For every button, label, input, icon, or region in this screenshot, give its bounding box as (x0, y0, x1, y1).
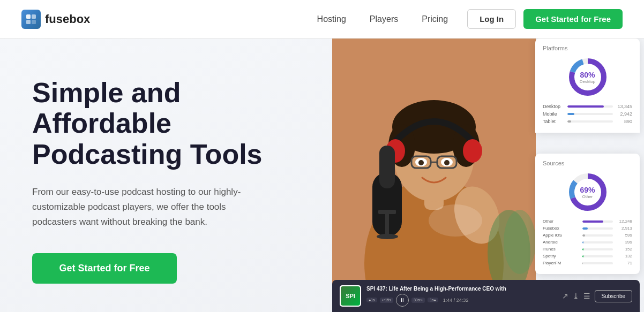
sources-donut-label: Other (580, 194, 595, 199)
player-controls-row: ●1s ↩15s ⏸ 30s↪ 1s● 1:44 / 24:32 (366, 294, 557, 307)
navbar: fusebox Hosting Players Pricing Log In G… (0, 0, 644, 39)
svg-point-12 (463, 139, 482, 163)
source-row-fusebox: Fusebox 2,913 (543, 226, 632, 231)
source-row-apple: Apple iOS 599 (543, 233, 632, 238)
download-icon-button[interactable]: ⤓ (573, 292, 579, 300)
login-button[interactable]: Log In (467, 9, 516, 29)
svg-rect-24 (385, 214, 389, 235)
podcast-image (332, 39, 536, 312)
play-pause-button[interactable]: ⏸ (396, 294, 409, 307)
analytics-rows: Desktop 13,345 Mobile 2,942 Tablet 890 (543, 104, 632, 124)
hero-subtitle: From our easy-to-use podcast hosting to … (32, 185, 263, 230)
svg-rect-3 (32, 20, 36, 24)
analytics-donut-pct: 80% (580, 71, 595, 79)
analytics-panel: Platforms 80% Desktop (535, 39, 640, 133)
forward-1s-button[interactable]: 1s● (428, 298, 438, 302)
analytics-donut-label: Desktop (580, 79, 595, 84)
source-row-spotify: Spotify 132 (543, 254, 632, 258)
hero-title: Simple and Affordable Podcasting Tools (32, 78, 311, 170)
source-row-other: Other 12,248 (543, 219, 632, 224)
analytics-row-mobile: Mobile 2,942 (543, 111, 632, 117)
player-episode-title: SPI 437: Life After Being a High-Perform… (366, 286, 557, 292)
brand-name: fusebox (45, 12, 90, 26)
sources-title: Sources (543, 160, 632, 166)
svg-point-18 (418, 160, 424, 165)
svg-rect-2 (26, 20, 31, 24)
svg-rect-22 (379, 146, 395, 188)
subscribe-button[interactable]: Subscribe (595, 290, 632, 302)
svg-rect-0 (26, 14, 31, 19)
source-row-android: Android 399 (543, 240, 632, 245)
back-15s-button[interactable]: ↩15s (380, 298, 393, 303)
sources-rows: Other 12,248 Fusebox 2,913 Apple iOS 599… (543, 219, 632, 265)
player-time: 1:44 / 24:32 (443, 298, 469, 303)
analytics-bar-tablet (567, 120, 571, 123)
sources-donut-pct: 69% (580, 186, 595, 194)
logo: fusebox (21, 10, 90, 29)
player-episode-info: SPI 437: Life After Being a High-Perform… (366, 286, 557, 307)
svg-rect-23 (378, 210, 396, 214)
player-bar: SPI SPI 437: Life After Being a High-Per… (332, 280, 640, 312)
source-row-itunes: iTunes 152 (543, 247, 632, 252)
svg-point-27 (504, 210, 536, 274)
nav-hosting[interactable]: Hosting (308, 10, 356, 28)
svg-point-25 (377, 234, 398, 239)
analytics-bar-mobile (567, 113, 574, 115)
analytics-row-tablet: Tablet 890 (543, 119, 632, 124)
nav-pricing[interactable]: Pricing (412, 10, 458, 28)
forward-30s-button[interactable]: 30s↪ (411, 298, 425, 303)
hero-section: Simple and Affordable Podcasting Tools F… (0, 39, 644, 312)
analytics-title: Platforms (543, 45, 632, 51)
svg-point-28 (429, 204, 482, 237)
logo-icon (21, 10, 41, 29)
rewind-1s-button[interactable]: ●1s (366, 298, 377, 302)
sources-panel: Sources 69% Other O (535, 154, 640, 274)
hero-visual: Platforms 80% Desktop (332, 39, 644, 312)
svg-point-19 (444, 160, 450, 165)
analytics-row-desktop: Desktop 13,345 (543, 104, 632, 109)
source-row-playerfm: PlayerFM 71 (543, 261, 632, 265)
playlist-icon-button[interactable]: ☰ (583, 292, 590, 300)
player-logo: SPI (340, 285, 361, 307)
analytics-bar-desktop (567, 105, 604, 108)
nav-cta-button[interactable]: Get Started for Free (523, 9, 623, 29)
player-actions: ↗ ⤓ ☰ Subscribe (562, 290, 632, 302)
hero-content: Simple and Affordable Podcasting Tools F… (0, 39, 332, 312)
nav-players[interactable]: Players (360, 10, 408, 28)
hero-cta-button[interactable]: Get Started for Free (32, 253, 177, 284)
nav-links: Hosting Players Pricing Log In Get Start… (308, 9, 623, 29)
svg-rect-1 (32, 14, 36, 19)
share-icon-button[interactable]: ↗ (562, 292, 568, 300)
